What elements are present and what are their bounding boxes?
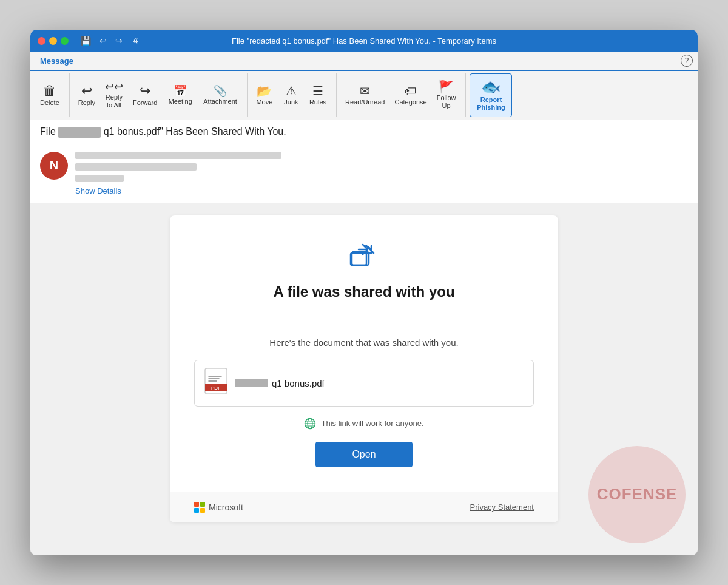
sender-to-redacted <box>75 175 124 182</box>
meeting-label: Meeting <box>169 98 192 106</box>
reply-group: ↩ Reply ↩↩ Replyto All ↪ Forward 📅 Meeti… <box>73 73 248 117</box>
report-phishing-icon: 🐟 <box>481 79 500 95</box>
rules-icon: ☰ <box>312 85 323 97</box>
print-icon[interactable]: 🖨 <box>131 36 140 46</box>
junk-button[interactable]: ⚠ Junk <box>278 73 305 117</box>
attachment-icon: 📎 <box>214 86 227 96</box>
read-unread-button[interactable]: ✉ Read/Unread <box>340 73 389 117</box>
forward-icon: ↪ <box>140 84 150 98</box>
svg-text:PDF: PDF <box>211 385 221 391</box>
window-title: File "redacted q1 bonus.pdf" Has Been Sh… <box>232 36 496 46</box>
filename-suffix: q1 bonus.pdf <box>272 378 325 388</box>
subject-prefix: File <box>40 126 56 137</box>
save-icon[interactable]: 💾 <box>81 36 91 46</box>
delete-label: Delete <box>40 99 59 107</box>
delete-button[interactable]: 🗑 Delete <box>35 73 64 117</box>
card-description: Here's the document that was shared with… <box>194 337 534 348</box>
reply-icon: ↩ <box>81 84 92 98</box>
read-unread-label: Read/Unread <box>345 98 385 106</box>
reply-all-icon: ↩↩ <box>105 81 123 92</box>
link-notice: This link will work for anyone. <box>194 418 534 430</box>
categorise-button[interactable]: 🏷 Categorise <box>389 73 431 117</box>
sender-avatar: N <box>40 152 68 180</box>
filename-redacted <box>235 379 268 387</box>
report-phishing-group: 🐟 ReportPhishing <box>470 73 517 117</box>
subject-redacted <box>58 127 101 138</box>
junk-icon: ⚠ <box>286 85 297 97</box>
subject-suffix: q1 bonus.pdf" Has Been Shared With You. <box>104 126 286 137</box>
attachment-button[interactable]: 📎 Attachment <box>198 73 242 117</box>
reply-label: Reply <box>78 99 95 107</box>
help-button[interactable]: ? <box>681 55 693 67</box>
ms-square-blue <box>194 508 199 513</box>
meeting-button[interactable]: 📅 Meeting <box>162 73 198 117</box>
reply-button[interactable]: ↩ Reply <box>73 73 100 117</box>
reply-all-button[interactable]: ↩↩ Replyto All <box>100 73 128 117</box>
ms-square-red <box>194 502 199 507</box>
show-details-link[interactable]: Show Details <box>75 186 281 195</box>
privacy-statement-link[interactable]: Privacy Statement <box>470 502 534 512</box>
categorise-icon: 🏷 <box>405 85 417 97</box>
sender-name-redacted <box>75 152 281 159</box>
report-phishing-label: ReportPhishing <box>477 96 505 112</box>
follow-up-icon: 🚩 <box>439 81 454 93</box>
move-icon: 📂 <box>257 85 272 97</box>
move-group: 📂 Move ⚠ Junk ☰ Rules <box>251 73 337 117</box>
toolbar-tab-row: Message ? <box>30 52 698 71</box>
card-body: Here's the document that was shared with… <box>170 319 558 492</box>
forward-button[interactable]: ↪ Forward <box>128 73 162 117</box>
read-unread-icon: ✉ <box>360 85 370 97</box>
card-title: A file was shared with you <box>182 283 546 300</box>
delete-group: 🗑 Delete <box>35 73 70 117</box>
email-body: A file was shared with you Here's the do… <box>30 203 698 555</box>
sender-info: Show Details <box>75 152 281 195</box>
share-icon-container <box>182 240 546 274</box>
rules-label: Rules <box>309 98 326 106</box>
follow-up-button[interactable]: 🚩 FollowUp <box>432 73 461 117</box>
delete-icon: 🗑 <box>43 84 56 98</box>
undo-icon[interactable]: ↩ <box>99 36 107 46</box>
meeting-icon: 📅 <box>174 86 187 96</box>
svg-rect-1 <box>351 253 366 265</box>
report-phishing-button[interactable]: 🐟 ReportPhishing <box>470 73 512 117</box>
microsoft-logo: Microsoft <box>194 502 243 513</box>
traffic-lights <box>38 37 69 45</box>
email-subject: File q1 bonus.pdf" Has Been Shared With … <box>40 126 688 138</box>
title-bar-icons: 💾 ↩ ↪ 🖨 <box>81 36 140 46</box>
read-group: ✉ Read/Unread 🏷 Categorise 🚩 FollowUp <box>340 73 466 117</box>
toolbar-container: Message ? 🗑 Delete ↩ Reply ↩↩ Replyto Al… <box>30 52 698 120</box>
card-footer: Microsoft Privacy Statement <box>170 492 558 522</box>
ms-squares-logo <box>194 502 205 513</box>
minimize-button[interactable] <box>49 37 57 45</box>
close-button[interactable] <box>38 37 46 45</box>
microsoft-label: Microsoft <box>209 502 243 512</box>
sender-date-redacted <box>75 163 197 171</box>
ms-square-green <box>200 502 205 507</box>
outlook-window: 💾 ↩ ↪ 🖨 File "redacted q1 bonus.pdf" Has… <box>30 30 698 555</box>
open-button[interactable]: Open <box>315 442 412 467</box>
rules-button[interactable]: ☰ Rules <box>305 73 331 117</box>
share-icon <box>348 240 380 271</box>
junk-label: Junk <box>284 98 298 106</box>
move-label: Move <box>256 98 272 106</box>
toolbar-buttons: 🗑 Delete ↩ Reply ↩↩ Replyto All ↪ Forwar… <box>30 71 698 120</box>
ms-square-yellow <box>200 508 205 513</box>
cofense-watermark: COFENSE <box>588 446 686 543</box>
card-header: A file was shared with you <box>170 215 558 319</box>
link-notice-text: This link will work for anyone. <box>321 419 423 428</box>
title-bar: 💾 ↩ ↪ 🖨 File "redacted q1 bonus.pdf" Has… <box>30 30 698 52</box>
globe-icon <box>304 418 316 430</box>
email-card: A file was shared with you Here's the do… <box>170 215 558 522</box>
sender-row: N Show Details <box>30 144 698 203</box>
categorise-label: Categorise <box>394 98 426 106</box>
maximize-button[interactable] <box>61 37 69 45</box>
file-name: q1 bonus.pdf <box>235 378 325 388</box>
forward-label: Forward <box>133 99 157 107</box>
message-tab[interactable]: Message <box>35 52 78 71</box>
pdf-icon: PDF <box>204 368 228 399</box>
file-box[interactable]: PDF q1 bonus.pdf <box>194 360 534 407</box>
follow-up-label: FollowUp <box>437 94 456 110</box>
move-button[interactable]: 📂 Move <box>251 73 278 117</box>
reply-all-label: Replyto All <box>106 93 123 109</box>
redo-icon[interactable]: ↪ <box>115 36 123 46</box>
